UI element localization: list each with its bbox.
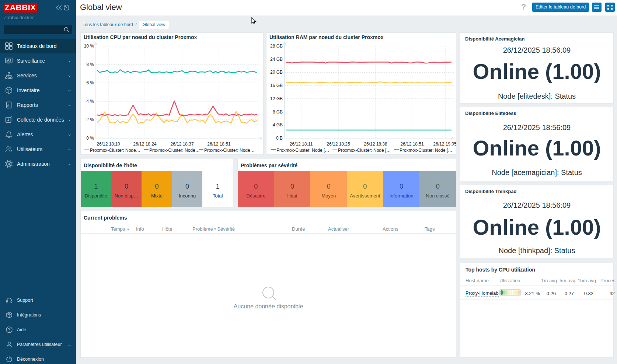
svg-text:16 GB: 16 GB [270, 83, 283, 88]
svg-text:8 GB: 8 GB [273, 109, 283, 115]
svg-text:Proxmox-Cluster: Node…: Proxmox-Cluster: Node… [204, 148, 255, 153]
svg-text:Proxmox-Cluster: Node…: Proxmox-Cluster: Node… [90, 148, 140, 153]
svg-text:26/12 18:51: 26/12 18:51 [207, 141, 231, 147]
svg-text:Proxmox-Cluster: Node…: Proxmox-Cluster: Node… [149, 148, 200, 153]
svg-text:4 %: 4 % [86, 99, 94, 104]
svg-text:26/12 18:38: 26/12 18:38 [364, 141, 387, 147]
svg-text:4 GB: 4 GB [273, 122, 283, 127]
svg-text:26/12 18:51: 26/12 18:51 [400, 141, 424, 147]
svg-text:12 GB: 12 GB [270, 96, 283, 101]
svg-text:26/12 18:11: 26/12 18:11 [290, 141, 313, 147]
svg-text:28 GB: 28 GB [270, 43, 283, 49]
svg-text:26/12 18:24: 26/12 18:24 [133, 141, 157, 147]
svg-text:6 %: 6 % [86, 80, 94, 85]
svg-text:0 %: 0 % [86, 136, 94, 141]
svg-text:Proxmox-Cluster: Node […: Proxmox-Cluster: Node [… [338, 148, 391, 153]
svg-text:Proxmox-Cluster: Node […: Proxmox-Cluster: Node [… [276, 148, 329, 153]
svg-text:26/12 18:37: 26/12 18:37 [170, 141, 194, 147]
svg-text:26/12 18:10: 26/12 18:10 [97, 141, 120, 147]
svg-text:0 B: 0 B [276, 136, 283, 141]
svg-text:20 GB: 20 GB [270, 70, 283, 75]
svg-text:2 %: 2 % [86, 117, 94, 122]
svg-text:10 %: 10 % [84, 43, 94, 49]
svg-text:8 %: 8 % [86, 62, 94, 67]
svg-text:Proxmox-Cluster: Node […: Proxmox-Cluster: Node [… [400, 148, 452, 153]
svg-text:26/12 19:05: 26/12 19:05 [433, 141, 456, 147]
svg-text:24 GB: 24 GB [270, 57, 283, 62]
svg-text:26/12 18:25: 26/12 18:25 [327, 141, 350, 147]
